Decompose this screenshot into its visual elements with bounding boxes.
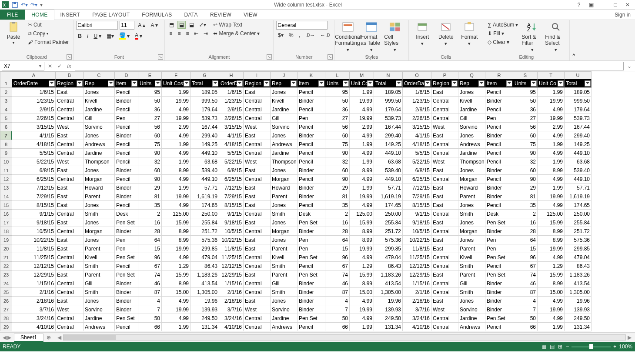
- cell[interactable]: 1,183.26: [565, 270, 592, 279]
- cell[interactable]: Jardine: [271, 149, 297, 157]
- cell[interactable]: 2/1/16: [219, 288, 244, 297]
- column-header[interactable]: A: [12, 71, 56, 79]
- cell[interactable]: 66: [513, 323, 538, 331]
- cell[interactable]: Sorvino: [271, 123, 297, 131]
- cell[interactable]: Sorvino: [458, 123, 485, 131]
- cell[interactable]: 3/7/16: [219, 305, 244, 314]
- number-launcher-icon[interactable]: ↘: [328, 54, 333, 60]
- row-header[interactable]: 7: [0, 131, 12, 140]
- cell[interactable]: Central: [431, 175, 458, 184]
- tab-insert[interactable]: INSERT: [54, 10, 87, 20]
- close-icon[interactable]: ✕: [622, 1, 633, 9]
- cell[interactable]: Pen: [485, 236, 513, 244]
- cell[interactable]: East: [56, 88, 84, 97]
- cell[interactable]: 4.99: [350, 175, 374, 184]
- cell[interactable]: 255.84: [190, 218, 219, 227]
- cell[interactable]: 1.99: [538, 140, 565, 149]
- cell[interactable]: 299.85: [374, 244, 403, 253]
- cell[interactable]: 4.99: [538, 149, 565, 157]
- cell[interactable]: 15: [513, 244, 538, 253]
- underline-button[interactable]: U▾: [92, 32, 103, 40]
- cell[interactable]: Jones: [84, 131, 115, 140]
- filter-dropdown-icon[interactable]: [264, 80, 270, 87]
- cell[interactable]: 125.00: [162, 210, 190, 218]
- row-header[interactable]: 2: [0, 88, 12, 97]
- cell[interactable]: Kivell: [84, 253, 115, 262]
- cell[interactable]: 4.99: [162, 149, 190, 157]
- cell[interactable]: 90: [513, 175, 538, 184]
- cell[interactable]: Pen Set: [115, 253, 138, 262]
- cell[interactable]: Binder: [297, 184, 325, 192]
- cell[interactable]: Pencil: [115, 105, 138, 114]
- font-name-input[interactable]: [76, 21, 118, 30]
- cell[interactable]: 7/29/15: [403, 192, 431, 201]
- sort-filter-button[interactable]: AZSort & Filter▾: [521, 21, 543, 53]
- cell[interactable]: West: [244, 123, 271, 131]
- cell[interactable]: Binder: [115, 288, 138, 297]
- cell[interactable]: Smith: [84, 262, 115, 270]
- cell[interactable]: East: [431, 218, 458, 227]
- cell[interactable]: 67: [138, 262, 162, 270]
- conditional-formatting-button[interactable]: Conditional Formatting▾: [337, 21, 359, 53]
- filter-dropdown-icon[interactable]: [396, 80, 402, 87]
- cell[interactable]: Pencil: [297, 175, 325, 184]
- cell[interactable]: 67: [325, 262, 350, 270]
- cell[interactable]: Central: [56, 323, 84, 331]
- row-header[interactable]: 17: [0, 218, 12, 227]
- cell[interactable]: Central: [56, 262, 84, 270]
- cell[interactable]: 4.99: [538, 201, 565, 210]
- row-header[interactable]: 5: [0, 114, 12, 123]
- column-header[interactable]: F: [162, 71, 190, 79]
- cell[interactable]: Pen: [485, 114, 513, 123]
- align-center-button[interactable]: ≡: [176, 30, 182, 37]
- cell[interactable]: 249.50: [190, 314, 219, 323]
- cell[interactable]: Central: [244, 314, 271, 323]
- cell[interactable]: Pencil: [115, 262, 138, 270]
- cell[interactable]: 999.50: [190, 97, 219, 105]
- cell[interactable]: Pen Set: [485, 270, 513, 279]
- filter-dropdown-icon[interactable]: [184, 80, 190, 87]
- cell[interactable]: Jardine: [84, 314, 115, 323]
- cell[interactable]: 12/29/15: [12, 270, 56, 279]
- cell[interactable]: 19.99: [538, 192, 565, 201]
- cell[interactable]: 90: [138, 149, 162, 157]
- cell[interactable]: 4.99: [350, 131, 374, 140]
- cell[interactable]: Jones: [458, 297, 485, 305]
- cell[interactable]: East: [431, 88, 458, 97]
- filter-dropdown-icon[interactable]: [212, 80, 218, 87]
- cell[interactable]: 251.72: [565, 227, 592, 236]
- cell[interactable]: 5/5/15: [219, 149, 244, 157]
- filter-dropdown-icon[interactable]: [237, 80, 243, 87]
- cell[interactable]: 479.04: [565, 253, 592, 262]
- cell[interactable]: 32: [138, 157, 162, 166]
- cell[interactable]: 299.85: [565, 244, 592, 253]
- page-break-view-icon[interactable]: ⊞: [558, 344, 562, 350]
- cell[interactable]: Jones: [84, 166, 115, 175]
- cell[interactable]: 1/6/15: [403, 88, 431, 97]
- cell[interactable]: 10/5/15: [219, 227, 244, 236]
- cell[interactable]: 9/1/15: [12, 210, 56, 218]
- cell[interactable]: 7: [138, 305, 162, 314]
- cell[interactable]: 2/18/16: [403, 297, 431, 305]
- cell[interactable]: 27: [325, 114, 350, 123]
- cell[interactable]: 449.10: [374, 149, 403, 157]
- cell[interactable]: Central: [244, 175, 271, 184]
- align-top-button[interactable]: ⬒: [167, 21, 176, 29]
- cell[interactable]: 2: [513, 210, 538, 218]
- row-header[interactable]: 8: [0, 140, 12, 149]
- cell[interactable]: 249.50: [565, 314, 592, 323]
- cell[interactable]: 75: [513, 140, 538, 149]
- table-header-cell[interactable]: Total: [374, 79, 403, 88]
- cell[interactable]: 7/12/15: [403, 184, 431, 192]
- cell[interactable]: Binder: [297, 297, 325, 305]
- cell[interactable]: 8.99: [350, 236, 374, 244]
- cell[interactable]: Pencil: [485, 149, 513, 157]
- filter-dropdown-icon[interactable]: [155, 80, 161, 87]
- cell[interactable]: 57.71: [190, 184, 219, 192]
- cell[interactable]: 60: [513, 166, 538, 175]
- cell[interactable]: Andrews: [84, 323, 115, 331]
- cell[interactable]: 7/12/15: [12, 184, 56, 192]
- cell[interactable]: 8.99: [538, 279, 565, 288]
- cell[interactable]: East: [244, 184, 271, 192]
- cell[interactable]: Sorvino: [84, 305, 115, 314]
